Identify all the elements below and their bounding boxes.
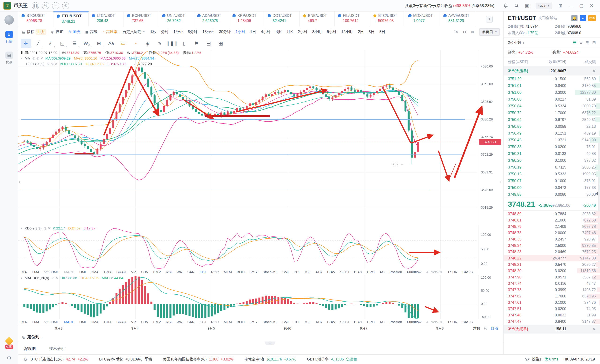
lock-tool-icon[interactable]: ▯ — [179, 39, 189, 48]
favorite-star-icon[interactable]: ★ — [580, 15, 586, 21]
indicator-tab-rsi[interactable]: RSI — [166, 270, 172, 274]
indicator-tab-emv[interactable]: EMV — [153, 320, 161, 324]
indicator-tab-brar[interactable]: BRAR — [116, 320, 126, 324]
big-bid-row[interactable]: 3***(大托单) 158.11 ✕ — [504, 325, 600, 334]
ask-row[interactable]: 3750.880.021781.39 — [504, 96, 600, 103]
pattern-tool-icon[interactable]: ❙❚❙ — [167, 39, 177, 48]
close-icon[interactable]: ✕ — [572, 327, 596, 331]
indicator-tab-roc[interactable]: ROC — [211, 270, 219, 274]
watchlist-tab-uni[interactable]: UNI/USDT26.7952 — [159, 11, 194, 27]
indicator-tab-dmi[interactable]: DMI — [79, 270, 86, 274]
wave-tool-icon[interactable]: W₃ — [82, 39, 92, 48]
period-12小时[interactable]: 12小时 — [341, 29, 353, 35]
book-popout-icon[interactable]: ⊞ — [592, 40, 596, 45]
main-force-button[interactable]: 主力 — [36, 29, 46, 35]
search-icon[interactable] — [514, 3, 519, 8]
period-1小时[interactable]: 1小时 — [235, 29, 245, 35]
trend-line-tool-icon[interactable]: ╱ — [33, 39, 43, 48]
collapse-left-icon[interactable]: ‹ — [19, 179, 20, 184]
bid-row[interactable]: 3747.900.95713587.12 — [504, 274, 600, 280]
book-mode-both-icon[interactable]: ☰ — [572, 40, 576, 45]
indicator-tab-brar[interactable]: BRAR — [116, 270, 126, 274]
indicator-tab-cci[interactable]: CCI — [293, 320, 300, 324]
note-tool-icon[interactable]: ▤ — [203, 39, 214, 48]
indicator-tab-kdj[interactable]: KDJ — [199, 320, 206, 324]
indicator-tab-macd[interactable]: MACD — [64, 270, 74, 274]
indicator-button[interactable]: ▤指标主力 — [22, 29, 46, 35]
ask-row[interactable]: 3751.290.1500562.69 — [504, 75, 600, 82]
indicator-tab-skdj[interactable]: SKDJ — [340, 320, 349, 324]
fullscreen-icon[interactable]: ⊡ — [463, 30, 466, 34]
maximize-button[interactable]: ▢ — [579, 3, 584, 9]
clock-icon[interactable]: ◔ — [52, 2, 59, 9]
theme-icon[interactable]: ▣ — [525, 3, 529, 9]
indicator-tab-bbw[interactable]: BBW — [327, 320, 335, 324]
indicator-tab-roc[interactable]: ROC — [211, 320, 219, 324]
big-ask-row[interactable]: 3***(大压单) 201.9667 ✕ — [504, 66, 600, 75]
book-mode-asks-icon[interactable]: ≡ — [580, 40, 582, 45]
scale-option-2[interactable]: 自动 — [491, 326, 498, 331]
indicator-tab-dpo[interactable]: DPO — [367, 320, 375, 324]
indicator-tab-basis[interactable]: BASIS — [462, 320, 473, 324]
pencil-tool-icon[interactable]: ✎ — [155, 39, 165, 48]
watchlist-tab-eth[interactable]: ETH/USDT3748.21 — [53, 11, 89, 27]
period-1秒[interactable]: 1秒 — [150, 29, 156, 35]
bell-icon[interactable] — [503, 3, 508, 8]
watchlist-tab-xrp[interactable]: XRP/USDT1.28406 — [229, 11, 264, 27]
ask-row[interactable]: 3751.010.84003150.85 — [504, 82, 600, 89]
bid-row[interactable]: 3747.621.70006370.95 — [504, 293, 600, 299]
alert-bell-icon[interactable]: 🔔 — [572, 15, 578, 21]
book-mode-bids-icon[interactable]: ≣ — [585, 40, 589, 45]
indicator-tab-sar[interactable]: SAR — [187, 270, 195, 274]
ask-row[interactable]: 3750.070.1000375.01 — [504, 177, 600, 184]
bid-row[interactable]: 3747.730.39991498.72 — [504, 287, 600, 293]
indicator-tab-volume[interactable]: VOLUME — [44, 320, 59, 324]
sidebar-item-market[interactable]: B 行情 — [5, 31, 13, 44]
bid-row[interactable]: 3747.510.020074.95 — [504, 306, 600, 312]
collapse-right-icon[interactable]: › — [500, 179, 502, 184]
close-icon[interactable]: ✕ — [572, 69, 596, 73]
f10-badge[interactable]: F10 — [588, 15, 596, 21]
indicator-tab-mfi[interactable]: MFI — [304, 320, 310, 324]
ask-row[interactable]: 3750.721.70006376.22 — [504, 110, 600, 116]
indicator-tab-ao[interactable]: AO — [379, 270, 384, 274]
ask-row[interactable]: 3750.590.005922.13 — [504, 123, 600, 130]
angle-line-tool-icon[interactable]: ⫽ — [45, 39, 55, 48]
gear-icon[interactable]: ⚙ — [7, 355, 11, 361]
bid-row[interactable]: 3748.890.78842955.62 — [504, 211, 600, 217]
ask-row[interactable]: 3749.550.008030.00 — [504, 191, 600, 198]
indicator-tab-atr[interactable]: ATR — [316, 320, 322, 324]
custom-period-button[interactable]: 自定义周期▼ — [122, 29, 145, 35]
promo-gem[interactable]: 优惠 — [5, 338, 13, 349]
eye-icon[interactable]: ◎ — [47, 62, 49, 66]
indicator-tab-dma[interactable]: DMA — [91, 270, 98, 274]
ask-row[interactable]: 3750.190.71152668.26 — [504, 164, 600, 171]
indicator-tab-bias[interactable]: BIAS — [354, 270, 362, 274]
watchlist-tab-btc[interactable]: BTC/USDT50968.78 — [18, 11, 53, 27]
indicator-tab-ai-netvol[interactable]: AI-NetVOL — [426, 320, 443, 324]
indicator-tab-psy[interactable]: PSY — [251, 270, 258, 274]
indicator-tab-position[interactable]: Position — [390, 270, 402, 274]
close-button[interactable]: ✕ — [590, 3, 594, 9]
bid-row[interactable]: 3748.792.14098025.78 — [504, 223, 600, 230]
indicator-tab-cci[interactable]: CCI — [293, 270, 300, 274]
popout-icon[interactable]: ⊞ — [559, 3, 562, 9]
ask-row[interactable]: 3751.003.300012378.30 — [504, 89, 600, 96]
close-icon[interactable]: ✕ — [56, 276, 58, 280]
period-4小时[interactable]: 4小时 — [261, 29, 271, 35]
add-window-icon[interactable]: ⊞ — [471, 30, 474, 34]
indicator-tab-rsi[interactable]: RSI — [166, 320, 172, 324]
indicator-tab-vr[interactable]: VR — [131, 270, 136, 274]
main-chart-canvas[interactable] — [18, 50, 482, 225]
watchlist-tab-mdx[interactable]: MDX/USDT1.9077 — [405, 11, 440, 27]
bookmark-tool-icon[interactable]: ⚑ — [191, 39, 202, 48]
kdj-pane-canvas[interactable] — [18, 225, 482, 269]
period-2日[interactable]: 2日 — [358, 29, 364, 35]
period-周K[interactable]: 周K — [275, 29, 282, 35]
bid-row[interactable]: 3748.210.54702050.27 — [504, 261, 600, 268]
indicator-tab-mtm[interactable]: MTM — [224, 270, 232, 274]
indicator-tab-mfi[interactable]: MFI — [304, 270, 310, 274]
settings-icon[interactable]: ◎ — [36, 56, 39, 60]
winrate-button[interactable]: ◔高胜率 — [103, 29, 117, 35]
bid-row[interactable]: 3747.470.84003147.87 — [504, 318, 600, 325]
